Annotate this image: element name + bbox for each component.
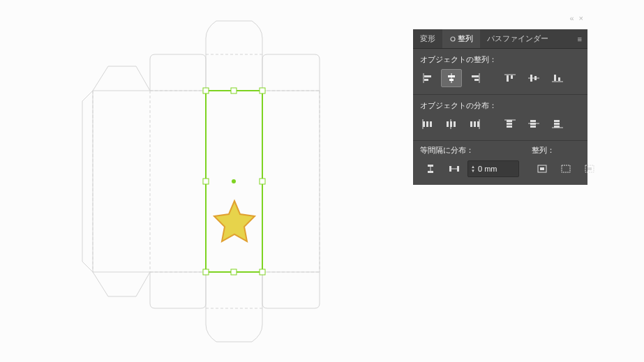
svg-rect-22 (424, 79, 428, 81)
align-to-selection-button[interactable] (555, 160, 576, 178)
star-shape[interactable] (214, 201, 255, 241)
svg-rect-27 (472, 75, 479, 77)
space-horizontal-button[interactable] (444, 160, 465, 178)
spacing-input[interactable]: ▲▼ 0 mm (467, 160, 519, 177)
svg-rect-33 (530, 75, 532, 82)
svg-rect-52 (507, 126, 512, 128)
align-panel: « × 変形 整列 パスファインダー ≡ オブジェクトの整列： オブジェクトの分… (413, 29, 587, 185)
align-to-artboard-button[interactable] (532, 160, 553, 178)
svg-rect-13 (260, 88, 265, 93)
svg-point-19 (232, 179, 236, 183)
align-vcenter-button[interactable] (523, 69, 544, 87)
svg-rect-65 (449, 166, 451, 172)
svg-rect-18 (260, 269, 265, 275)
svg-rect-39 (426, 121, 428, 127)
space-vertical-button[interactable] (420, 160, 441, 178)
svg-rect-46 (470, 121, 472, 127)
panel-tabs: 変形 整列 パスファインダー ≡ (413, 29, 587, 49)
svg-rect-36 (554, 75, 556, 81)
align-top-button[interactable] (500, 69, 521, 87)
svg-rect-69 (540, 167, 544, 170)
svg-rect-30 (507, 75, 509, 82)
svg-rect-42 (447, 121, 449, 127)
svg-rect-44 (454, 121, 456, 127)
label-align-to: 整列： (532, 145, 600, 156)
label-distribute-spacing: 等間隔に分布： (420, 145, 519, 156)
svg-rect-51 (507, 123, 512, 125)
panel-menu-icon[interactable]: ≡ (572, 35, 587, 43)
svg-rect-17 (231, 269, 237, 275)
svg-rect-14 (203, 179, 209, 184)
align-right-button[interactable] (465, 69, 486, 87)
svg-rect-28 (474, 79, 479, 81)
label-distribute-objects: オブジェクトの分布： (420, 100, 581, 111)
align-hcenter-button[interactable] (441, 69, 462, 87)
spacing-value: 0 mm (478, 165, 497, 173)
align-to-key-button[interactable] (579, 160, 600, 178)
tab-align[interactable]: 整列 (442, 29, 480, 48)
tab-transform[interactable]: 変形 (413, 29, 442, 48)
svg-rect-12 (231, 88, 237, 93)
svg-rect-25 (449, 79, 454, 81)
svg-rect-40 (430, 121, 432, 127)
svg-rect-62 (428, 165, 433, 167)
svg-rect-37 (558, 77, 560, 81)
svg-rect-15 (260, 179, 265, 184)
svg-rect-56 (530, 126, 536, 128)
selected-panel[interactable] (203, 88, 265, 275)
tab-align-label: 整列 (458, 34, 473, 43)
panel-close-collapse[interactable]: « × (569, 14, 585, 22)
svg-rect-66 (457, 166, 459, 172)
distribute-bottom-button[interactable] (547, 115, 568, 133)
distribute-left-button[interactable] (417, 115, 438, 133)
align-bottom-button[interactable] (547, 69, 568, 87)
align-row (413, 69, 587, 94)
link-icon (449, 36, 456, 43)
svg-rect-72 (587, 167, 592, 170)
distribute-hcenter-button[interactable] (441, 115, 462, 133)
svg-rect-70 (562, 165, 570, 172)
svg-rect-21 (424, 75, 431, 77)
svg-rect-24 (448, 75, 455, 77)
svg-rect-59 (554, 123, 560, 125)
box-dieline (82, 21, 320, 342)
svg-rect-58 (554, 120, 560, 122)
svg-rect-31 (511, 75, 513, 79)
distribute-row (413, 115, 587, 140)
svg-rect-16 (203, 269, 209, 275)
svg-rect-54 (530, 120, 536, 122)
align-left-button[interactable] (417, 69, 438, 87)
distribute-right-button[interactable] (465, 115, 486, 133)
svg-rect-47 (474, 121, 476, 127)
distribute-top-button[interactable] (500, 115, 521, 133)
label-align-objects: オブジェクトの整列： (420, 54, 581, 65)
svg-rect-63 (428, 171, 433, 173)
svg-rect-11 (203, 88, 209, 93)
distribute-vcenter-button[interactable] (523, 115, 544, 133)
svg-rect-34 (534, 76, 537, 80)
tab-pathfinder[interactable]: パスファインダー (480, 29, 555, 48)
